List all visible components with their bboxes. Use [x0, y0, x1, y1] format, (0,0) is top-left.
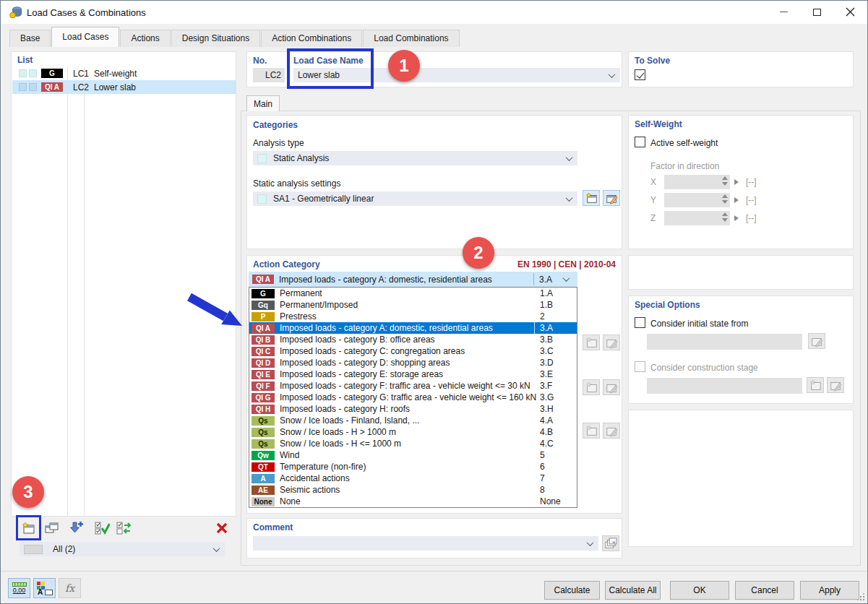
to-solve-checkbox[interactable]: [635, 69, 645, 80]
toggle-selection-button[interactable]: [115, 519, 132, 537]
close-icon[interactable]: [834, 1, 866, 23]
annotation-step-2-circle: 2: [463, 237, 494, 269]
tab-load-cases[interactable]: Load Cases: [51, 27, 119, 47]
calculate-all-button[interactable]: Calculate All: [605, 581, 661, 600]
import-load-case-button[interactable]: [67, 519, 85, 537]
tab-actions[interactable]: Actions: [120, 30, 170, 47]
action-category-option[interactable]: QwWind5: [249, 449, 577, 461]
action-category-option[interactable]: QTTemperature (non-fire)6: [249, 461, 577, 473]
list-item-lc2-selected[interactable]: QI A LC2 Lower slab: [12, 80, 236, 94]
tab-action-combinations[interactable]: Action Combinations: [261, 30, 362, 47]
selected-category-label: Imposed loads - category A: domestic, re…: [279, 275, 492, 285]
delete-load-case-button[interactable]: [213, 519, 231, 537]
maximize-icon[interactable]: [801, 1, 833, 23]
color-swatch: [29, 83, 37, 91]
step-right-icon: [734, 197, 739, 203]
tab-design-situations[interactable]: Design Situations: [171, 30, 260, 47]
analysis-type-label: Analysis type: [253, 138, 304, 148]
action-category-option[interactable]: QI GImposed loads - category G: traffic …: [249, 392, 577, 403]
new-construction-stage-button: [807, 377, 824, 393]
consider-initial-state-checkbox[interactable]: [635, 317, 645, 328]
axis-x-label: X: [650, 177, 656, 187]
comment-input[interactable]: [253, 536, 598, 551]
load-case-name: Lower slab: [94, 82, 136, 92]
units-button[interactable]: 0,00: [8, 578, 30, 598]
action-category-option-highlighted[interactable]: QI AImposed loads - category A: domestic…: [249, 322, 577, 334]
action-category-option[interactable]: QsSnow / Ice loads - H > 1000 m4.B: [249, 426, 577, 438]
tab-base[interactable]: Base: [9, 30, 51, 47]
tab-main[interactable]: Main: [246, 95, 280, 111]
column-divider: [533, 273, 534, 285]
new-static-analysis-button[interactable]: [583, 190, 600, 206]
category-badge: QI A: [252, 275, 274, 284]
action-category-option[interactable]: QI FImposed loads - category F: traffic …: [249, 380, 577, 392]
chevron-down-icon: [563, 275, 570, 282]
consider-construction-stage-label: Consider construction stage: [650, 363, 758, 373]
analysis-type-select[interactable]: Static Analysis: [253, 151, 577, 165]
apply-button[interactable]: Apply: [800, 581, 859, 600]
active-self-weight-label: Active self-weight: [650, 138, 718, 148]
factor-y-input: [664, 193, 730, 207]
action-category-option[interactable]: QI BImposed loads - category B: office a…: [249, 334, 577, 345]
letter-a-icon: A: [38, 588, 43, 596]
action-category-option[interactable]: GqPermanent/Imposed1.B: [249, 299, 577, 311]
settings-swatch: [257, 194, 267, 204]
empty-group: [628, 410, 854, 547]
edit-button-disabled: [603, 379, 620, 395]
analysis-type-value: Static Analysis: [273, 153, 329, 163]
formula-button[interactable]: fx: [59, 578, 81, 598]
annotation-step-3-circle: 3: [12, 476, 44, 508]
comment-templates-button[interactable]: [602, 535, 619, 551]
factor-y-unit: [--]: [746, 195, 757, 205]
static-analysis-settings-select[interactable]: SA1 - Geometrically linear: [253, 191, 577, 206]
action-category-option[interactable]: QI HImposed loads - category H: roofs3.H: [249, 403, 577, 415]
action-category-option[interactable]: GPermanent1.A: [249, 288, 577, 299]
list-column-divider: [67, 66, 68, 516]
no-label: No.: [253, 56, 267, 66]
construction-stage-input: [647, 378, 802, 394]
list-filter-select[interactable]: All (2): [20, 542, 225, 556]
categories-group: Categories Analysis type Static Analysis…: [246, 115, 622, 249]
calculate-button[interactable]: Calculate: [544, 581, 600, 600]
load-case-number-field: LC2: [253, 68, 285, 82]
action-category-option[interactable]: QsSnow / Ice loads - H <= 1000 m4.C: [249, 438, 577, 449]
active-self-weight-checkbox[interactable]: [635, 137, 645, 147]
edit-button-disabled: [603, 423, 620, 439]
axis-y-label: Y: [650, 195, 656, 205]
action-category-option[interactable]: NoneNoneNone: [249, 496, 577, 507]
action-category-option[interactable]: AESeismic actions8: [249, 484, 577, 496]
list-item-lc1[interactable]: G LC1 Self-weight: [12, 66, 236, 80]
action-category-option[interactable]: QI DImposed loads - category D: shopping…: [249, 357, 577, 368]
check-all-button[interactable]: [93, 519, 111, 537]
factor-z-input: [664, 211, 730, 225]
new-button-disabled: [583, 379, 600, 395]
factor-x-unit: [--]: [746, 177, 757, 187]
chevron-down-icon: [213, 545, 220, 552]
new-button-disabled: [583, 335, 600, 350]
edit-static-analysis-button[interactable]: [603, 190, 620, 206]
load-case-number: LC1: [73, 69, 89, 79]
special-options-header: Special Options: [635, 300, 700, 310]
comment-group: Comment: [246, 518, 622, 558]
axis-z-label: Z: [650, 213, 656, 223]
minimize-icon[interactable]: [768, 1, 799, 23]
selected-category-code: 3.A: [539, 275, 552, 285]
to-solve-header: To Solve: [635, 56, 670, 66]
resize-grip[interactable]: [857, 593, 864, 600]
action-category-option[interactable]: AAccidental actions7: [249, 473, 577, 484]
action-category-option[interactable]: QI CImposed loads - category C: congrega…: [249, 345, 577, 357]
cancel-button[interactable]: Cancel: [735, 581, 794, 600]
edit-button-disabled: [603, 335, 620, 350]
static-analysis-settings-label: Static analysis settings: [253, 178, 340, 189]
step-right-icon: [734, 179, 739, 185]
action-category-select[interactable]: QI A Imposed loads - category A: domesti…: [249, 272, 577, 287]
action-category-option[interactable]: QI EImposed loads - category E: storage …: [249, 368, 577, 380]
factor-in-direction-label: Factor in direction: [650, 161, 719, 171]
copy-load-case-button[interactable]: [43, 519, 60, 537]
action-category-option[interactable]: PPrestress2: [249, 311, 577, 322]
ok-button[interactable]: OK: [670, 581, 729, 600]
action-category-option[interactable]: QsSnow / Ice loads - Finland, Island, ..…: [249, 415, 577, 426]
tab-load-combinations[interactable]: Load Combinations: [363, 30, 459, 47]
self-weight-header: Self-Weight: [635, 119, 682, 129]
display-settings-button[interactable]: A: [33, 578, 56, 598]
